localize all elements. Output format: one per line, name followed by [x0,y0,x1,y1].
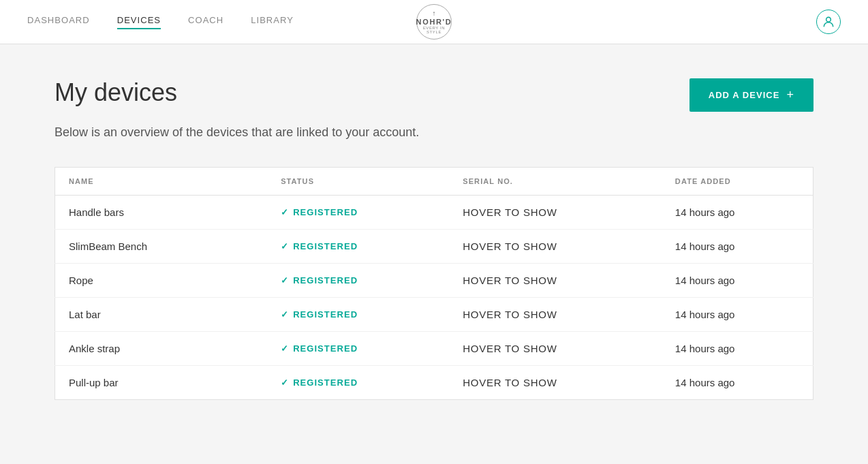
nav-item-coach[interactable]: COACH [188,15,223,29]
check-icon: ✓ [281,343,289,354]
device-name: Rope [55,264,268,298]
devices-table: NAMESTATUSSERIAL NO.DATE ADDED Handle ba… [55,167,813,400]
check-icon: ✓ [281,275,289,285]
page-header: My devices ADD A DEVICE + [55,78,813,112]
status-label: REGISTERED [293,207,358,217]
device-date-added: 14 hours ago [662,366,813,400]
main-nav: DASHBOARDDEVICESCOACHLIBRARY [27,15,294,29]
table-header-row: NAMESTATUSSERIAL NO.DATE ADDED [55,168,813,196]
logo: ↑ NOHR'D EVERY IN STYLE [416,4,452,40]
svg-point-0 [826,17,831,22]
check-icon: ✓ [281,207,289,217]
device-serial: HOVER TO SHOW [449,230,662,264]
device-name: SlimBeam Bench [55,230,268,264]
device-name: Pull-up bar [55,366,268,400]
status-label: REGISTERED [293,343,358,354]
user-profile-button[interactable] [816,10,841,34]
page-subtitle: Below is an overview of the devices that… [55,125,813,140]
device-status: ✓REGISTERED [267,332,449,366]
table-body: Handle bars✓REGISTEREDHOVER TO SHOW14 ho… [55,196,813,400]
table-row[interactable]: Ankle strap✓REGISTEREDHOVER TO SHOW14 ho… [55,332,813,366]
device-serial: HOVER TO SHOW [449,264,662,298]
device-status: ✓REGISTERED [267,366,449,400]
device-date-added: 14 hours ago [662,298,813,332]
check-icon: ✓ [281,309,289,320]
device-date-added: 14 hours ago [662,196,813,230]
add-device-button[interactable]: ADD A DEVICE + [689,78,813,112]
add-device-plus-icon: + [786,88,794,102]
device-name: Lat bar [55,298,268,332]
device-serial: HOVER TO SHOW [449,298,662,332]
table-row[interactable]: Rope✓REGISTEREDHOVER TO SHOW14 hours ago [55,264,813,298]
nav-item-library[interactable]: LIBRARY [251,15,294,29]
device-date-added: 14 hours ago [662,332,813,366]
table-col-serial: SERIAL NO. [449,168,662,196]
logo-name: NOHR'D [416,18,452,26]
table-header: NAMESTATUSSERIAL NO.DATE ADDED [55,168,813,196]
table-col-name: NAME [55,168,268,196]
logo-arrow: ↑ [433,10,436,17]
check-icon: ✓ [281,241,289,251]
device-serial: HOVER TO SHOW [449,366,662,400]
table-col-status: STATUS [267,168,449,196]
header: DASHBOARDDEVICESCOACHLIBRARY ↑ NOHR'D EV… [0,0,868,44]
table-col-date: DATE ADDED [662,168,813,196]
device-serial: HOVER TO SHOW [449,332,662,366]
add-device-label: ADD A DEVICE [709,90,780,100]
main-content: My devices ADD A DEVICE + Below is an ov… [0,44,868,434]
status-label: REGISTERED [293,377,358,388]
device-name: Handle bars [55,196,268,230]
table-row[interactable]: SlimBeam Bench✓REGISTEREDHOVER TO SHOW14… [55,230,813,264]
status-label: REGISTERED [293,309,358,320]
device-date-added: 14 hours ago [662,230,813,264]
status-label: REGISTERED [293,241,358,251]
device-serial: HOVER TO SHOW [449,196,662,230]
table-row[interactable]: Pull-up bar✓REGISTEREDHOVER TO SHOW14 ho… [55,366,813,400]
check-icon: ✓ [281,377,289,388]
device-date-added: 14 hours ago [662,264,813,298]
page-title: My devices [55,78,177,107]
table-row[interactable]: Lat bar✓REGISTEREDHOVER TO SHOW14 hours … [55,298,813,332]
device-status: ✓REGISTERED [267,264,449,298]
nav-item-dashboard[interactable]: DASHBOARD [27,15,90,29]
logo-tagline: EVERY IN STYLE [420,26,448,34]
table-row[interactable]: Handle bars✓REGISTEREDHOVER TO SHOW14 ho… [55,196,813,230]
nav-item-devices[interactable]: DEVICES [117,15,161,29]
device-status: ✓REGISTERED [267,196,449,230]
status-label: REGISTERED [293,275,358,285]
device-status: ✓REGISTERED [267,298,449,332]
device-name: Ankle strap [55,332,268,366]
device-status: ✓REGISTERED [267,230,449,264]
